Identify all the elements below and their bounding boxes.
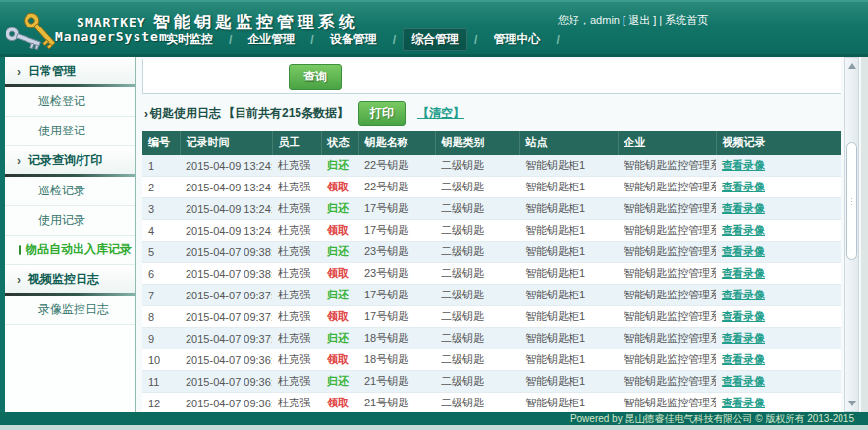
cell-no: 3 [142,198,180,220]
table-row[interactable]: 11 2015-04-07 09:36:25 杜克强 归还 21号钥匙 二级钥匙… [142,371,841,393]
sidebar-item-inspection-record[interactable]: 巡检记录 [5,177,135,206]
view-video-link[interactable]: 查看录像 [722,202,765,214]
nav-tab-enterprise-mgmt[interactable]: 企业管理 [239,28,303,51]
view-video-link[interactable]: 查看录像 [722,159,765,171]
table-row[interactable]: 3 2015-04-09 13:24:08 杜克强 归还 17号钥匙 二级钥匙 … [142,198,841,220]
table-row[interactable]: 2 2015-04-09 13:24:12 杜克强 领取 22号钥匙 二级钥匙 … [142,177,841,198]
cell-video: 查看录像 [716,177,841,198]
nav-separator: / [393,33,396,47]
table-row[interactable]: 6 2015-04-07 09:38:05 杜克强 领取 23号钥匙 二级钥匙 … [142,263,841,285]
cell-employee: 杜克强 [272,242,321,263]
table-row[interactable]: 10 2015-04-07 09:36:56 杜克强 领取 18号钥匙 二级钥匙… [142,349,841,371]
clear-link[interactable]: 【清空】 [417,105,464,122]
cell-category: 二级钥匙 [435,371,519,393]
scroll-up-icon[interactable] [848,63,856,69]
nav-tab-mgmt-center[interactable]: 管理中心 [484,28,549,51]
sidebar-item-usage-record[interactable]: 使用记录 [5,206,135,236]
table-row[interactable]: 7 2015-04-07 09:37:59 杜克强 归还 17号钥匙 二级钥匙 … [142,285,841,306]
cell-employee: 杜克强 [272,220,321,242]
cell-employee: 杜克强 [272,198,321,220]
cell-employee: 杜克强 [272,177,321,198]
cell-video: 查看录像 [716,220,841,242]
status-badge: 领取 [327,353,349,365]
view-video-link[interactable]: 查看录像 [722,397,765,408]
cell-video: 查看录像 [716,349,841,371]
table-row[interactable]: 9 2015-04-07 09:37:00 杜克强 归还 18号钥匙 二级钥匙 … [142,328,841,349]
col-header-key-name: 钥匙名称 [358,131,435,155]
view-video-link[interactable]: 查看录像 [722,245,765,257]
cell-employee: 杜克强 [272,349,321,371]
view-video-link[interactable]: 查看录像 [722,332,765,344]
sidebar-item-recording-monitor-log[interactable]: 录像监控日志 [5,296,135,325]
scrollbar-thumb[interactable] [846,142,857,260]
cell-category: 二级钥匙 [435,155,519,177]
sidebar-item-inspection-register[interactable]: 巡检登记 [5,87,135,117]
sidebar-section-title: 记录查询/打印 [28,152,102,169]
table-row[interactable]: 12 2015-04-07 09:36:20 杜克强 领取 21号钥匙 二级钥匙… [142,393,841,413]
cell-key-name: 17号钥匙 [358,198,435,220]
status-badge: 归还 [327,375,349,387]
cell-no: 11 [142,371,180,393]
cell-category: 二级钥匙 [435,285,519,306]
cell-time: 2015-04-07 09:37:00 [180,328,272,349]
print-button[interactable]: 打印 [358,101,406,126]
cell-time: 2015-04-07 09:36:56 [180,349,272,371]
sidebar-section-daily-mgmt[interactable]: › 日常管理 [5,57,135,84]
status-badge: 领取 [327,267,349,279]
table-row[interactable]: 1 2015-04-09 13:24:16 杜克强 归还 22号钥匙 二级钥匙 … [142,155,841,177]
view-video-link[interactable]: 查看录像 [722,267,765,279]
table-row[interactable]: 4 2015-04-09 13:24:04 杜克强 领取 17号钥匙 二级钥匙 … [142,220,841,242]
cell-time: 2015-04-07 09:36:20 [180,393,272,413]
vertical-scrollbar[interactable] [844,57,859,412]
cell-time: 2015-04-09 13:24:16 [180,155,272,177]
cell-time: 2015-04-07 09:37:59 [180,285,272,306]
view-video-link[interactable]: 查看录像 [722,353,765,365]
cell-employee: 杜克强 [272,371,321,393]
section-bullet-icon: › [17,275,21,285]
status-badge: 归还 [327,332,349,344]
cell-site: 智能钥匙柜1 [519,198,618,220]
nav-tab-comprehensive-mgmt[interactable]: 综合管理 [403,28,467,51]
view-video-link[interactable]: 查看录像 [722,310,765,322]
cell-key-name: 22号钥匙 [358,177,435,198]
sidebar-section-title: 日常管理 [28,63,76,80]
cell-company: 智能钥匙监控管理系统 [618,306,716,328]
query-button[interactable]: 查询 [289,64,342,90]
table-row[interactable]: 5 2015-04-07 09:38:10 杜克强 归还 23号钥匙 二级钥匙 … [142,242,841,263]
cell-no: 5 [142,242,180,263]
cell-category: 二级钥匙 [435,349,519,371]
scroll-down-icon[interactable] [848,401,856,406]
sidebar-section-record-query-print[interactable]: › 记录查询/打印 [5,146,135,174]
cell-company: 智能钥匙监控管理系统 [618,242,716,263]
cell-company: 智能钥匙监控管理系统 [618,155,716,177]
sidebar-item-auto-inout-record[interactable]: 物品自动出入库记录 [5,236,135,265]
sidebar-item-usage-register[interactable]: 使用登记 [5,117,135,146]
view-video-link[interactable]: 查看录像 [722,181,765,192]
nav-tab-realtime-monitor[interactable]: 实时监控 [157,28,222,51]
cell-status: 归还 [321,328,358,349]
system-home-link[interactable]: 系统首页 [665,14,708,26]
logo-line1: SMARTKEY [55,15,168,29]
view-video-link[interactable]: 查看录像 [722,375,765,387]
logout-link[interactable]: [ 退出 ] [623,14,656,26]
logo-text: SMARTKEY ManagerSystem [55,15,168,44]
sidebar-section-video-log[interactable]: › 视频监控日志 [5,265,135,293]
status-badge: 归还 [327,202,349,214]
cell-time: 2015-04-09 13:24:04 [180,220,272,242]
cell-key-name: 17号钥匙 [358,220,435,242]
cell-company: 智能钥匙监控管理系统 [618,393,716,413]
cell-company: 智能钥匙监控管理系统 [618,177,716,198]
table-row[interactable]: 8 2015-04-07 09:37:51 杜克强 领取 17号钥匙 二级钥匙 … [142,306,841,328]
cell-status: 领取 [321,349,358,371]
user-bar: 您好，admin [ 退出 ] | 系统首页 [558,13,708,27]
cell-no: 12 [142,393,180,413]
cell-status: 归还 [321,371,358,393]
nav-tab-device-mgmt[interactable]: 设备管理 [321,28,386,51]
view-video-link[interactable]: 查看录像 [722,289,765,300]
col-header-company: 企业 [618,131,716,155]
view-video-link[interactable]: 查看录像 [722,224,765,236]
cell-key-name: 23号钥匙 [358,242,435,263]
key-usage-log-table: 编号 记录时间 员工 状态 钥匙名称 钥匙类别 站点 企业 视频记录 1 201… [142,131,841,412]
cell-key-name: 22号钥匙 [358,155,435,177]
user-bar-separator: | [659,14,662,26]
